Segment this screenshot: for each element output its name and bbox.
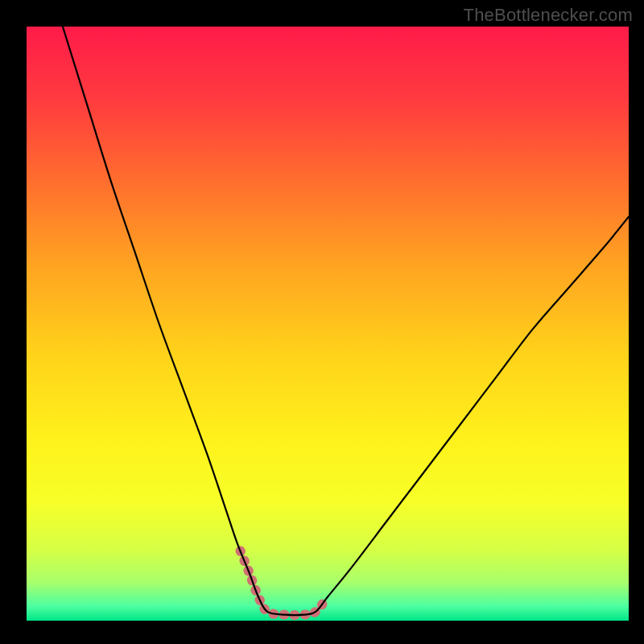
- plot-area: [27, 27, 629, 621]
- outer-frame: TheBottlenecker.com: [0, 0, 644, 644]
- bottleneck-chart: [27, 27, 629, 621]
- watermark-text: TheBottlenecker.com: [464, 5, 633, 26]
